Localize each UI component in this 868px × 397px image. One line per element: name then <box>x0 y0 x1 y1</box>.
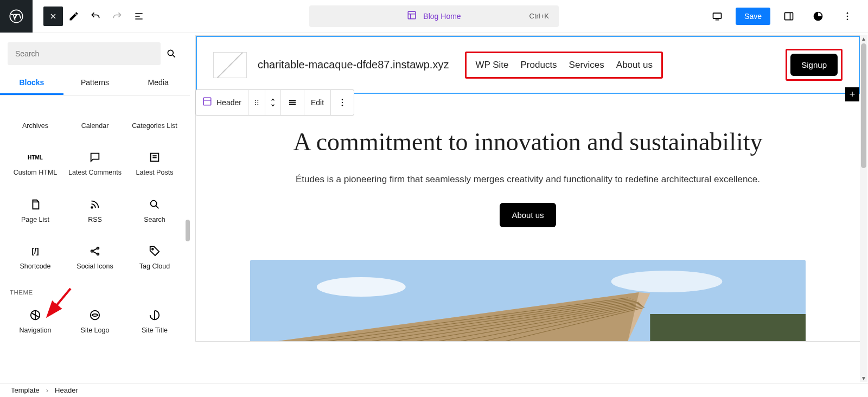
svg-point-35 <box>255 100 256 101</box>
svg-rect-1 <box>409 11 416 19</box>
svg-point-45 <box>342 102 343 103</box>
svg-point-11 <box>91 250 93 252</box>
theme-section-heading: THEME <box>10 289 182 296</box>
block-archives[interactable]: Archives <box>8 100 63 135</box>
tab-blocks[interactable]: Blocks <box>0 72 63 95</box>
block-type-label: Header <box>216 98 241 107</box>
scrollbar-thumb[interactable] <box>861 43 866 168</box>
svg-point-40 <box>257 104 258 105</box>
blocks-list[interactable]: Archives Calendar Categories List HTMLCu… <box>0 95 190 383</box>
site-logo-placeholder[interactable] <box>213 52 247 78</box>
nav-item[interactable]: Services <box>569 60 604 71</box>
block-page-list[interactable]: Page List <box>8 194 63 228</box>
view-button[interactable] <box>706 5 728 27</box>
breadcrumb-current[interactable]: Header <box>55 386 78 394</box>
hero-section[interactable]: A commitment to innovation and sustainab… <box>196 94 860 249</box>
block-rss[interactable]: RSS <box>67 194 123 228</box>
tab-media[interactable]: Media <box>126 72 190 95</box>
editor-topbar: Blog Home Ctrl+K Save <box>0 0 868 33</box>
svg-point-12 <box>97 247 99 249</box>
hero-heading[interactable]: A commitment to innovation and sustainab… <box>239 126 816 158</box>
breadcrumb-root[interactable]: Template <box>11 386 40 394</box>
site-title-text[interactable]: charitable-macaque-dfde87.instawp.xyz <box>258 59 449 71</box>
search-icon[interactable] <box>161 43 182 65</box>
block-navigation[interactable]: Navigation <box>8 304 63 339</box>
share-icon <box>88 245 101 258</box>
move-updown[interactable] <box>265 90 281 115</box>
block-categories-list[interactable]: Categories List <box>127 100 182 135</box>
template-part-icon <box>202 97 212 108</box>
redo-button[interactable] <box>106 5 128 27</box>
block-custom-html[interactable]: HTMLCustom HTML <box>8 146 63 181</box>
svg-point-44 <box>342 99 343 100</box>
block-latest-posts[interactable]: Latest Posts <box>127 146 182 181</box>
block-tag-cloud[interactable]: Tag Cloud <box>127 240 182 275</box>
block-type-button[interactable]: Header <box>196 90 248 115</box>
panel-scrollbar-thumb[interactable] <box>186 220 190 241</box>
scroll-down-icon[interactable]: ▼ <box>860 374 867 382</box>
editor-canvas[interactable]: charitable-macaque-dfde87.instawp.xyz WP… <box>195 35 860 383</box>
chevron-right-icon: › <box>46 386 48 394</box>
wordpress-logo[interactable] <box>0 0 33 33</box>
svg-point-37 <box>255 102 256 103</box>
svg-point-36 <box>257 100 258 101</box>
navigation-icon <box>29 309 42 322</box>
nav-item[interactable]: Products <box>521 60 557 71</box>
block-social-icons[interactable]: Social Icons <box>67 240 123 275</box>
styles-button[interactable] <box>807 5 829 27</box>
block-site-title[interactable]: Site Title <box>127 304 182 339</box>
tools-button[interactable] <box>63 5 85 27</box>
svg-point-5 <box>847 15 848 17</box>
template-name: Blog Home <box>423 12 461 21</box>
svg-point-19 <box>317 277 406 297</box>
search-block-icon <box>148 198 161 211</box>
block-toolbar: Header Edit <box>195 89 354 116</box>
document-overview-button[interactable] <box>128 5 150 27</box>
block-search[interactable]: Search <box>127 194 182 228</box>
svg-rect-3 <box>785 12 793 20</box>
block-shortcode[interactable]: [/]Shortcode <box>8 240 63 275</box>
scroll-up-icon[interactable]: ▲ <box>860 35 867 42</box>
search-input[interactable] <box>8 42 161 65</box>
svg-point-4 <box>847 12 848 14</box>
block-options-button[interactable] <box>331 90 354 115</box>
signup-button[interactable]: Signup <box>790 54 838 76</box>
block-inserter-panel: Blocks Patterns Media Archives Calendar … <box>0 33 190 383</box>
navigation-block[interactable]: WP Site Products Services About us <box>465 52 662 79</box>
nav-item[interactable]: WP Site <box>475 60 508 71</box>
svg-point-20 <box>611 271 723 292</box>
edit-button[interactable]: Edit <box>304 90 331 115</box>
block-site-logo[interactable]: Site Logo <box>67 304 123 339</box>
drag-handle[interactable] <box>248 90 265 115</box>
svg-rect-33 <box>650 314 806 341</box>
tab-patterns[interactable]: Patterns <box>63 72 127 95</box>
align-button[interactable] <box>281 90 304 115</box>
undo-button[interactable] <box>85 5 106 27</box>
site-header-block[interactable]: charitable-macaque-dfde87.instawp.xyz WP… <box>196 36 860 94</box>
close-inserter-button[interactable] <box>43 7 63 26</box>
svg-rect-2 <box>713 13 722 18</box>
settings-sidebar-button[interactable] <box>778 5 800 27</box>
add-block-button[interactable]: + <box>845 87 859 101</box>
inserter-tabs: Blocks Patterns Media <box>0 72 190 95</box>
block-latest-comments[interactable]: Latest Comments <box>67 146 123 181</box>
template-selector[interactable]: Blog Home Ctrl+K <box>309 5 559 27</box>
canvas-scrollbar[interactable]: ▲ ▼ <box>860 35 867 382</box>
svg-point-39 <box>255 104 256 105</box>
nav-item[interactable]: About us <box>616 60 653 71</box>
comment-icon <box>88 151 101 164</box>
hero-paragraph[interactable]: Études is a pioneering firm that seamles… <box>239 172 816 187</box>
options-button[interactable] <box>837 5 858 27</box>
block-calendar[interactable]: Calendar <box>67 100 123 135</box>
hero-cta-button[interactable]: About us <box>500 203 556 227</box>
svg-point-9 <box>91 207 93 208</box>
tag-icon <box>148 245 161 258</box>
breadcrumb: Template › Header <box>0 383 868 397</box>
pages-icon <box>29 198 42 211</box>
posts-icon <box>148 151 161 164</box>
save-button[interactable]: Save <box>736 8 770 25</box>
topbar-right: Save <box>706 5 868 27</box>
rss-icon <box>88 198 101 211</box>
hero-image[interactable] <box>250 260 806 341</box>
svg-point-46 <box>342 105 343 106</box>
